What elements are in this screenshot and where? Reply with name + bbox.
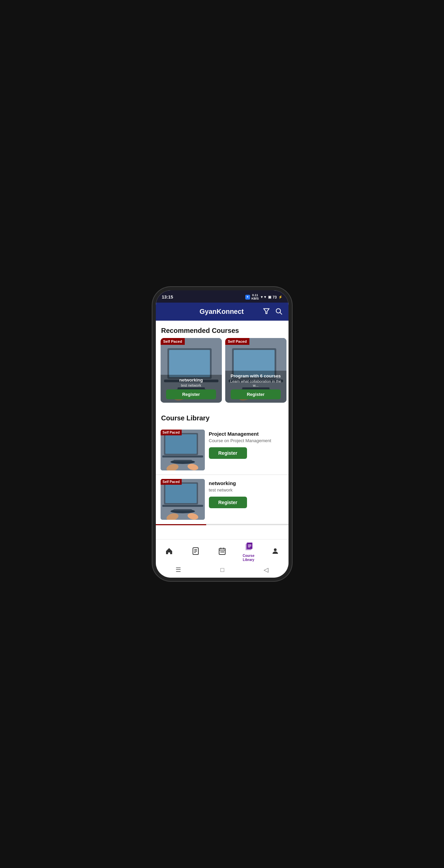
library-item-1-title: Project Management [209, 431, 284, 437]
course-library-icon [244, 542, 253, 553]
library-item-1-img: Self Paced [161, 430, 205, 470]
calendar-icon [218, 547, 226, 557]
svg-rect-25 [174, 460, 192, 461]
notes-icon [192, 547, 200, 557]
status-bar: 13:15 ✦ 0.11KB/S ▼▼ ▣ 73 ⚡ [156, 290, 289, 303]
bottom-nav: CourseLibrary [156, 539, 289, 563]
wifi-icon: ▼▼ [260, 295, 267, 299]
library-item-2: Self Paced networking test network Regis… [156, 475, 289, 524]
battery: 73 [273, 295, 277, 299]
nav-notes[interactable] [182, 547, 209, 557]
recommended-section: Recommended Courses [156, 321, 289, 408]
card-2-sub: Learn what collaboration in the w... [228, 379, 284, 387]
nav-calendar[interactable] [209, 547, 235, 557]
scroll-progress-bar [156, 524, 289, 525]
menu-button[interactable]: ☰ [176, 566, 181, 574]
sim-icon: ▣ [268, 295, 271, 299]
card-2-title: Program with 6 courses [231, 373, 281, 379]
svg-line-2 [280, 312, 282, 314]
nav-profile[interactable] [262, 547, 289, 557]
card-1-sub: test network [181, 383, 201, 387]
library-item-1-sub: Course on Project Management [209, 438, 284, 443]
badge-2: Self Paced [225, 338, 250, 345]
back-button[interactable]: ◁ [264, 566, 268, 574]
network-speed: 0.11KB/S [251, 294, 259, 301]
header-actions [263, 307, 282, 316]
system-nav: ☰ □ ◁ [156, 563, 289, 578]
register-button-card-1[interactable]: Register [166, 389, 216, 399]
app-title: GyanKonnect [181, 308, 263, 316]
main-content: Recommended Courses [156, 321, 289, 539]
svg-rect-22 [165, 434, 197, 454]
filter-button[interactable] [263, 307, 270, 316]
library-title: Course Library [156, 408, 289, 425]
library-item-2-content: networking test network Register [209, 479, 284, 508]
svg-rect-30 [165, 484, 197, 503]
svg-rect-31 [162, 505, 203, 507]
svg-marker-0 [263, 308, 269, 314]
register-button-library-1[interactable]: Register [209, 447, 247, 459]
library-item-2-img: Self Paced [161, 479, 205, 520]
library-item-1-content: Project Management Course on Project Man… [209, 430, 284, 459]
svg-point-53 [274, 548, 277, 551]
recommended-card-2: Self Paced Program with 6 courses Learn … [225, 338, 286, 403]
nav-course-library[interactable]: CourseLibrary [235, 542, 262, 562]
svg-rect-46 [223, 551, 224, 552]
register-button-card-2[interactable]: Register [231, 389, 281, 399]
status-time: 13:15 [162, 294, 173, 300]
svg-rect-23 [162, 455, 203, 457]
library-item-2-title: networking [209, 480, 284, 486]
nav-home[interactable] [156, 547, 182, 557]
badge-1: Self Paced [161, 338, 185, 345]
search-button[interactable] [275, 307, 282, 316]
scroll-progress-fill [156, 524, 206, 525]
nav-library-label: CourseLibrary [243, 554, 254, 562]
recommended-card-1: Self Paced networking test network Regis… [161, 338, 222, 403]
recommended-title: Recommended Courses [156, 321, 289, 338]
register-button-library-2[interactable]: Register [209, 497, 247, 508]
profile-icon [271, 547, 279, 557]
home-system-button[interactable]: □ [220, 566, 224, 574]
card-1-title: networking [179, 377, 203, 383]
status-icons: ✦ 0.11KB/S ▼▼ ▣ 73 ⚡ [245, 294, 282, 301]
library-item-2-sub: test network [209, 487, 284, 493]
course-library-section: Course Library Self Paced [156, 408, 289, 524]
library-badge-1: Self Paced [161, 430, 182, 435]
app-header: GyanKonnect [156, 303, 289, 321]
home-icon [165, 547, 173, 557]
library-badge-2: Self Paced [161, 479, 182, 485]
svg-rect-5 [169, 350, 210, 377]
library-item-1: Self Paced Project Management Course on … [156, 425, 289, 475]
bluetooth-icon: ✦ [245, 295, 250, 300]
svg-rect-45 [222, 551, 223, 552]
svg-rect-44 [220, 551, 221, 552]
recommended-cards-scroll[interactable]: Self Paced networking test network Regis… [156, 338, 289, 408]
svg-rect-33 [174, 509, 192, 511]
battery-icon: ⚡ [278, 295, 282, 299]
